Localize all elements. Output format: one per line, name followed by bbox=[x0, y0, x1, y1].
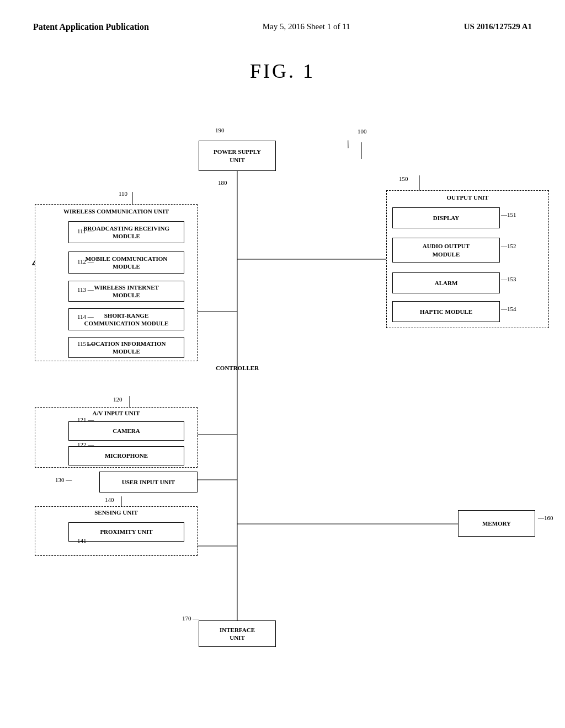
box-power-supply: POWER SUPPLY UNIT bbox=[199, 141, 276, 171]
box-haptic: HAPTIC MODULE bbox=[392, 301, 500, 322]
box-display: DISPLAY bbox=[392, 207, 500, 228]
ref-115: 115 — bbox=[77, 340, 94, 347]
header-right: US 2016/127529 A1 bbox=[464, 22, 532, 31]
ref-160: —160 bbox=[538, 515, 553, 521]
figure-title: FIG. 1 bbox=[0, 60, 565, 83]
header-left: Patent Application Publication bbox=[33, 22, 149, 32]
header-center: May 5, 2016 Sheet 1 of 11 bbox=[263, 22, 350, 31]
label-av-input: A/V INPUT UNIT bbox=[35, 409, 197, 417]
ref-114: 114 — bbox=[77, 313, 94, 320]
ref-151: —151 bbox=[501, 211, 516, 218]
ref-152: —152 bbox=[501, 243, 516, 249]
ref-120: 120 bbox=[113, 396, 122, 403]
ref-122: 122 — bbox=[77, 441, 94, 448]
output-unit-container: OUTPUT UNIT DISPLAY AUDIO OUTPUT MODULE … bbox=[386, 190, 549, 328]
ref-170: 170 — bbox=[182, 615, 199, 622]
ref-153: —153 bbox=[501, 276, 516, 282]
box-microphone: MICROPHONE bbox=[68, 446, 184, 465]
ref-100: 100 bbox=[358, 128, 367, 135]
av-input-container: A/V INPUT UNIT CAMERA MICROPHONE bbox=[35, 407, 198, 468]
label-output-unit: OUTPUT UNIT bbox=[387, 194, 548, 201]
box-camera: CAMERA bbox=[68, 421, 184, 441]
wireless-comm-container: WIRELESS COMMUNICATION UNIT BROADCASTING… bbox=[35, 204, 198, 361]
ref-130: 130 — bbox=[55, 477, 72, 483]
connector-lines bbox=[0, 94, 565, 700]
box-interface: INTERFACE UNIT bbox=[199, 620, 276, 647]
ref-121: 121 — bbox=[77, 416, 94, 423]
label-wireless-comm: WIRELESS COMMUNICATION UNIT bbox=[35, 207, 197, 215]
ref-180: 180 bbox=[218, 179, 227, 186]
box-user-input: USER INPUT UNIT bbox=[99, 472, 198, 493]
diagram-area: 190 POWER SUPPLY UNIT 100 / 180 CONTROLL… bbox=[0, 94, 565, 700]
box-alarm: ALARM bbox=[392, 272, 500, 293]
ref-140: 140 bbox=[105, 496, 114, 503]
box-audio-output: AUDIO OUTPUT MODULE bbox=[392, 238, 500, 263]
ref-111: 111 — bbox=[77, 228, 93, 234]
ref-112: 112 — bbox=[77, 258, 94, 265]
slash-100: / bbox=[344, 138, 351, 151]
ref-190: 190 bbox=[215, 127, 225, 133]
box-memory: MEMORY bbox=[458, 510, 535, 537]
ref-150: 150 bbox=[399, 175, 408, 182]
ref-154: —154 bbox=[501, 306, 516, 312]
label-controller: CONTROLLER bbox=[210, 364, 265, 372]
page-header: Patent Application Publication May 5, 20… bbox=[0, 0, 565, 32]
label-sensing: SENSING UNIT bbox=[35, 508, 197, 516]
ref-141: 141 — bbox=[77, 537, 94, 544]
sensing-container: SENSING UNIT PROXIMITY UNIT bbox=[35, 506, 198, 556]
ref-113: 113 — bbox=[77, 286, 94, 293]
ref-110: 110 bbox=[119, 190, 127, 197]
